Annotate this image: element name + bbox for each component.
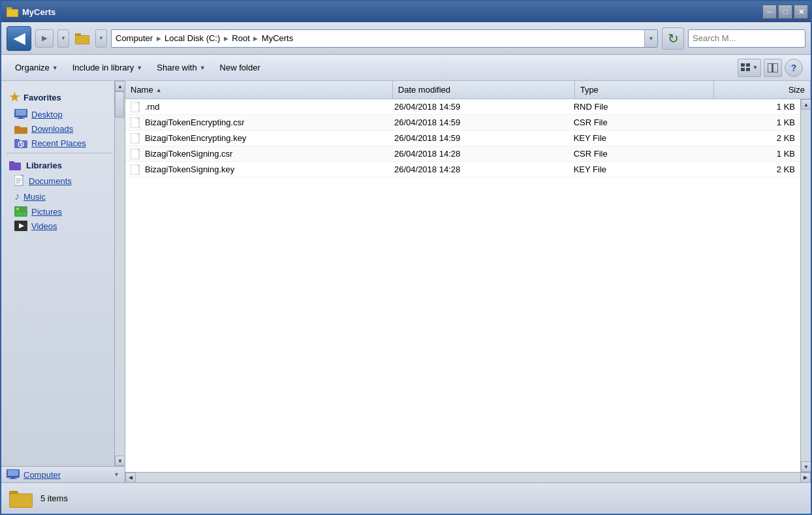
sidebar-scroll-thumb[interactable]	[115, 91, 124, 117]
sidebar-item-videos[interactable]: Videos	[12, 219, 114, 233]
back-button[interactable]: ◀	[7, 26, 31, 51]
preview-pane-button[interactable]	[764, 59, 782, 77]
svg-rect-5	[76, 36, 89, 44]
computer-label[interactable]: Computer	[23, 470, 61, 480]
toolbar: Organize ▼ Include in library ▼ Share wi…	[1, 55, 811, 81]
svg-rect-36	[8, 470, 18, 476]
sidebar-divider-1	[7, 153, 112, 153]
downloads-label: Downloads	[31, 124, 73, 134]
title-buttons: ─ □ ✕	[762, 5, 808, 19]
sidebar-item-recent-places[interactable]: Recent Places	[12, 136, 114, 150]
breadcrumb-root[interactable]: Root	[232, 33, 249, 43]
organize-label: Organize	[15, 63, 50, 72]
libraries-label: Libraries	[26, 161, 62, 170]
documents-icon	[14, 175, 25, 187]
share-arrow: ▼	[200, 65, 206, 71]
layout-icon	[768, 63, 778, 72]
table-row[interactable]: BizagiTokenEncrypting.csr 26/04/2018 14:…	[125, 115, 800, 131]
share-with-button[interactable]: Share with ▼	[151, 58, 211, 78]
sidebar-item-desktop[interactable]: Desktop	[12, 107, 114, 121]
videos-label: Videos	[31, 221, 57, 231]
view-mode-button[interactable]: ▼	[738, 59, 761, 77]
new-folder-button[interactable]: New folder	[214, 58, 266, 78]
include-in-library-button[interactable]: Include in library ▼	[67, 58, 149, 78]
file-hscroll-left[interactable]: ◀	[125, 473, 136, 483]
svg-rect-51	[10, 494, 32, 507]
file-name-cell: BizagiTokenEncrypting.csr	[125, 117, 389, 128]
file-scroll-container: .rnd 26/04/2018 14:59 RND File 1 KB Biza…	[125, 99, 811, 472]
svg-rect-9	[746, 68, 750, 71]
sidebar-scrollbar: ▲ ▼	[114, 81, 125, 466]
breadcrumb-arrow-1[interactable]: ▶	[154, 34, 163, 43]
file-name-cell: BizagiTokenSigning.key	[125, 164, 389, 175]
file-name-cell: BizagiTokenSigning.csr	[125, 149, 389, 159]
table-row[interactable]: .rnd 26/04/2018 14:59 RND File 1 KB	[125, 99, 800, 115]
sidebar-bottom-arrow[interactable]: ▼	[114, 471, 119, 478]
file-date-cell: 26/04/2018 14:59	[389, 102, 569, 112]
sidebar-item-downloads[interactable]: Downloads	[12, 121, 114, 136]
toolbar-right: ▼ ?	[738, 59, 803, 77]
sidebar-scroll-down[interactable]: ▼	[115, 456, 125, 466]
forward-button[interactable]: ▶	[35, 29, 54, 48]
column-header-name[interactable]: Name ▲	[125, 81, 393, 99]
file-icon	[131, 133, 141, 144]
close-button[interactable]: ✕	[794, 5, 808, 19]
organize-button[interactable]: Organize ▼	[9, 58, 64, 78]
file-scroll-up[interactable]: ▲	[801, 99, 811, 110]
file-scroll-down[interactable]: ▼	[801, 461, 811, 472]
svg-rect-19	[14, 139, 20, 142]
file-size-cell: 2 KB	[706, 164, 800, 174]
breadcrumb-mycerts[interactable]: MyCerts	[262, 33, 293, 43]
svg-rect-15	[17, 118, 25, 119]
file-type-cell: CSR File	[569, 149, 706, 159]
svg-rect-6	[741, 63, 745, 67]
minimize-button[interactable]: ─	[762, 5, 777, 19]
breadcrumb-arrow-2[interactable]: ▶	[221, 34, 230, 43]
view-arrow-icon: ▼	[753, 65, 758, 70]
libraries-section: Libraries	[7, 156, 114, 173]
nav-folder-dropdown[interactable]: ▼	[95, 29, 107, 48]
refresh-button[interactable]: ↻	[662, 27, 684, 50]
sidebar-scroll-up[interactable]: ▲	[115, 81, 125, 91]
table-row[interactable]: BizagiTokenSigning.csr 26/04/2018 14:28 …	[125, 146, 800, 162]
table-row[interactable]: BizagiTokenSigning.key 26/04/2018 14:28 …	[125, 162, 800, 178]
window: MyCerts ─ □ ✕ ◀ ▶ ▼ ▼	[0, 0, 812, 515]
status-item-count: 5 items	[40, 493, 68, 503]
column-header-date[interactable]: Date modified	[393, 81, 575, 99]
search-input[interactable]	[689, 33, 805, 43]
desktop-label: Desktop	[31, 110, 63, 119]
file-icon	[131, 117, 141, 128]
table-row[interactable]: BizagiTokenEncrypting.key 26/04/2018 14:…	[125, 131, 800, 146]
file-icon	[131, 102, 141, 112]
title-bar: MyCerts ─ □ ✕	[1, 1, 811, 22]
breadcrumb-localdisk[interactable]: Local Disk (C:)	[164, 33, 220, 43]
column-header-type[interactable]: Type	[575, 81, 714, 99]
file-hscroll-right[interactable]: ▶	[800, 473, 811, 483]
organize-arrow: ▼	[52, 65, 58, 71]
file-area: Name ▲ Date modified Type Size	[125, 81, 811, 482]
pictures-label: Pictures	[31, 207, 62, 217]
nav-history-dropdown[interactable]: ▼	[57, 29, 69, 48]
share-with-label: Share with	[157, 63, 196, 72]
breadcrumb-computer[interactable]: Computer	[116, 33, 153, 43]
column-header-size[interactable]: Size	[714, 81, 811, 99]
sidebar-item-pictures[interactable]: Pictures	[12, 204, 114, 219]
help-button[interactable]: ?	[785, 59, 803, 77]
file-icon	[131, 149, 141, 159]
file-type-cell: RND File	[569, 102, 706, 112]
favorites-label: Favorites	[23, 93, 61, 102]
sidebar-scroll-area: ★ Favorites Desktop	[1, 81, 125, 466]
svg-rect-25	[14, 175, 23, 185]
col-date-label: Date modified	[398, 85, 450, 95]
search-box: 🔍	[688, 29, 805, 48]
sidebar-item-music[interactable]: ♪ Music	[12, 189, 114, 204]
status-folder-svg	[9, 489, 33, 508]
nav-folder-icon	[73, 29, 91, 48]
breadcrumb-arrow-3[interactable]: ▶	[251, 34, 260, 43]
sidebar-item-documents[interactable]: Documents	[12, 173, 114, 189]
sidebar-scroll-track	[115, 91, 125, 456]
svg-rect-7	[746, 63, 750, 67]
file-header: Name ▲ Date modified Type Size	[125, 81, 811, 99]
address-dropdown-button[interactable]: ▼	[644, 29, 657, 48]
maximize-button[interactable]: □	[778, 5, 792, 19]
